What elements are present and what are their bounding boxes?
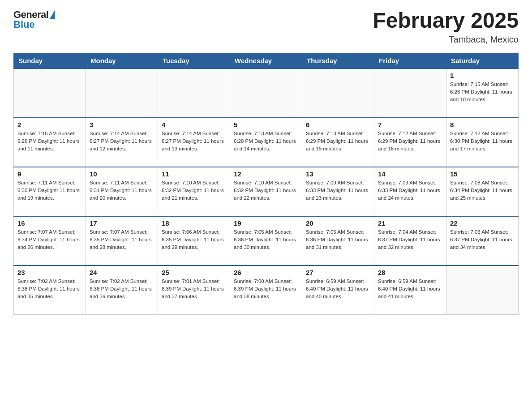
day-info: Sunrise: 7:09 AM Sunset: 6:33 PM Dayligh… — [306, 179, 370, 202]
day-info: Sunrise: 7:07 AM Sunset: 6:34 PM Dayligh… — [17, 228, 82, 252]
table-row: 14Sunrise: 7:09 AM Sunset: 6:33 PM Dayli… — [374, 167, 446, 216]
table-row — [446, 265, 519, 315]
day-info: Sunrise: 7:00 AM Sunset: 6:39 PM Dayligh… — [234, 278, 298, 301]
table-row: 3Sunrise: 7:14 AM Sunset: 6:27 PM Daylig… — [86, 118, 158, 167]
day-number: 12 — [234, 170, 298, 178]
table-row: 1Sunrise: 7:15 AM Sunset: 6:26 PM Daylig… — [446, 68, 519, 118]
day-number: 23 — [17, 269, 82, 276]
table-row: 8Sunrise: 7:12 AM Sunset: 6:30 PM Daylig… — [446, 118, 519, 167]
day-info: Sunrise: 7:03 AM Sunset: 6:37 PM Dayligh… — [450, 228, 515, 252]
calendar-week-row: 16Sunrise: 7:07 AM Sunset: 6:34 PM Dayli… — [14, 216, 519, 265]
day-info: Sunrise: 6:59 AM Sunset: 6:40 PM Dayligh… — [378, 278, 442, 301]
day-number: 13 — [306, 170, 370, 178]
calendar-week-row: 1Sunrise: 7:15 AM Sunset: 6:26 PM Daylig… — [14, 68, 519, 118]
page-header: General Blue February 2025 Tambaca, Mexi… — [13, 9, 519, 45]
day-number: 14 — [378, 170, 442, 178]
day-number: 17 — [90, 219, 154, 227]
table-row — [14, 68, 86, 118]
table-row: 23Sunrise: 7:02 AM Sunset: 6:38 PM Dayli… — [14, 265, 86, 315]
table-row: 27Sunrise: 6:59 AM Sunset: 6:40 PM Dayli… — [302, 265, 374, 315]
table-row: 18Sunrise: 7:06 AM Sunset: 6:35 PM Dayli… — [158, 216, 230, 265]
table-row: 17Sunrise: 7:07 AM Sunset: 6:35 PM Dayli… — [86, 216, 158, 265]
day-number: 7 — [378, 121, 442, 128]
day-number: 11 — [162, 170, 226, 178]
day-info: Sunrise: 7:13 AM Sunset: 6:28 PM Dayligh… — [234, 130, 298, 153]
day-info: Sunrise: 7:14 AM Sunset: 6:27 PM Dayligh… — [162, 130, 226, 153]
day-info: Sunrise: 7:05 AM Sunset: 6:36 PM Dayligh… — [306, 228, 370, 252]
day-number: 20 — [306, 219, 370, 227]
day-number: 1 — [450, 72, 515, 79]
calendar-table: Sunday Monday Tuesday Wednesday Thursday… — [13, 53, 519, 315]
col-saturday: Saturday — [446, 53, 519, 68]
table-row — [230, 68, 302, 118]
day-info: Sunrise: 7:02 AM Sunset: 6:38 PM Dayligh… — [17, 278, 82, 301]
table-row: 6Sunrise: 7:13 AM Sunset: 6:29 PM Daylig… — [302, 118, 374, 167]
day-number: 27 — [306, 269, 370, 276]
day-number: 6 — [306, 121, 370, 128]
table-row: 19Sunrise: 7:05 AM Sunset: 6:36 PM Dayli… — [230, 216, 302, 265]
day-info: Sunrise: 7:06 AM Sunset: 6:35 PM Dayligh… — [162, 228, 226, 252]
location: Tambaca, Mexico — [373, 34, 519, 45]
table-row — [158, 68, 230, 118]
table-row: 20Sunrise: 7:05 AM Sunset: 6:36 PM Dayli… — [302, 216, 374, 265]
calendar-week-row: 2Sunrise: 7:15 AM Sunset: 6:26 PM Daylig… — [14, 118, 519, 167]
table-row: 21Sunrise: 7:04 AM Sunset: 6:37 PM Dayli… — [374, 216, 446, 265]
day-info: Sunrise: 7:15 AM Sunset: 6:26 PM Dayligh… — [17, 130, 82, 153]
table-row: 24Sunrise: 7:02 AM Sunset: 6:38 PM Dayli… — [86, 265, 158, 315]
col-sunday: Sunday — [14, 53, 86, 68]
table-row: 10Sunrise: 7:11 AM Sunset: 6:31 PM Dayli… — [86, 167, 158, 216]
day-info: Sunrise: 7:04 AM Sunset: 6:37 PM Dayligh… — [378, 228, 442, 252]
day-info: Sunrise: 7:08 AM Sunset: 6:34 PM Dayligh… — [450, 179, 515, 202]
table-row: 5Sunrise: 7:13 AM Sunset: 6:28 PM Daylig… — [230, 118, 302, 167]
col-monday: Monday — [86, 53, 158, 68]
day-number: 2 — [17, 121, 82, 128]
day-info: Sunrise: 7:14 AM Sunset: 6:27 PM Dayligh… — [90, 130, 154, 153]
day-info: Sunrise: 7:11 AM Sunset: 6:31 PM Dayligh… — [90, 179, 154, 202]
logo-blue-text: Blue — [13, 19, 35, 30]
table-row — [302, 68, 374, 118]
day-number: 24 — [90, 269, 154, 276]
day-info: Sunrise: 7:15 AM Sunset: 6:26 PM Dayligh… — [450, 81, 515, 104]
day-info: Sunrise: 7:10 AM Sunset: 6:32 PM Dayligh… — [162, 179, 226, 202]
col-friday: Friday — [374, 53, 446, 68]
day-number: 8 — [450, 121, 515, 128]
col-thursday: Thursday — [302, 53, 374, 68]
day-info: Sunrise: 7:01 AM Sunset: 6:39 PM Dayligh… — [162, 278, 226, 301]
day-number: 28 — [378, 269, 442, 276]
day-info: Sunrise: 7:11 AM Sunset: 6:30 PM Dayligh… — [17, 179, 82, 202]
day-number: 19 — [234, 219, 298, 227]
table-row: 4Sunrise: 7:14 AM Sunset: 6:27 PM Daylig… — [158, 118, 230, 167]
col-tuesday: Tuesday — [158, 53, 230, 68]
day-info: Sunrise: 7:05 AM Sunset: 6:36 PM Dayligh… — [234, 228, 298, 252]
logo: General Blue — [13, 9, 55, 30]
day-number: 22 — [450, 219, 515, 227]
day-number: 25 — [162, 269, 226, 276]
day-number: 10 — [90, 170, 154, 178]
day-number: 16 — [17, 219, 82, 227]
day-number: 15 — [450, 170, 515, 178]
table-row: 9Sunrise: 7:11 AM Sunset: 6:30 PM Daylig… — [14, 167, 86, 216]
day-number: 21 — [378, 219, 442, 227]
day-number: 4 — [162, 121, 226, 128]
day-info: Sunrise: 6:59 AM Sunset: 6:40 PM Dayligh… — [306, 278, 370, 301]
table-row: 2Sunrise: 7:15 AM Sunset: 6:26 PM Daylig… — [14, 118, 86, 167]
logo-triangle-icon — [50, 10, 55, 19]
day-info: Sunrise: 7:09 AM Sunset: 6:33 PM Dayligh… — [378, 179, 442, 202]
month-title: February 2025 — [373, 9, 519, 33]
day-info: Sunrise: 7:12 AM Sunset: 6:30 PM Dayligh… — [450, 130, 515, 153]
day-info: Sunrise: 7:12 AM Sunset: 6:29 PM Dayligh… — [378, 130, 442, 153]
table-row: 11Sunrise: 7:10 AM Sunset: 6:32 PM Dayli… — [158, 167, 230, 216]
table-row: 26Sunrise: 7:00 AM Sunset: 6:39 PM Dayli… — [230, 265, 302, 315]
table-row: 28Sunrise: 6:59 AM Sunset: 6:40 PM Dayli… — [374, 265, 446, 315]
day-number: 3 — [90, 121, 154, 128]
day-number: 5 — [234, 121, 298, 128]
title-area: February 2025 Tambaca, Mexico — [373, 9, 519, 45]
day-number: 26 — [234, 269, 298, 276]
table-row: 12Sunrise: 7:10 AM Sunset: 6:32 PM Dayli… — [230, 167, 302, 216]
table-row: 7Sunrise: 7:12 AM Sunset: 6:29 PM Daylig… — [374, 118, 446, 167]
col-wednesday: Wednesday — [230, 53, 302, 68]
day-info: Sunrise: 7:07 AM Sunset: 6:35 PM Dayligh… — [90, 228, 154, 252]
day-number: 18 — [162, 219, 226, 227]
table-row: 13Sunrise: 7:09 AM Sunset: 6:33 PM Dayli… — [302, 167, 374, 216]
table-row: 22Sunrise: 7:03 AM Sunset: 6:37 PM Dayli… — [446, 216, 519, 265]
